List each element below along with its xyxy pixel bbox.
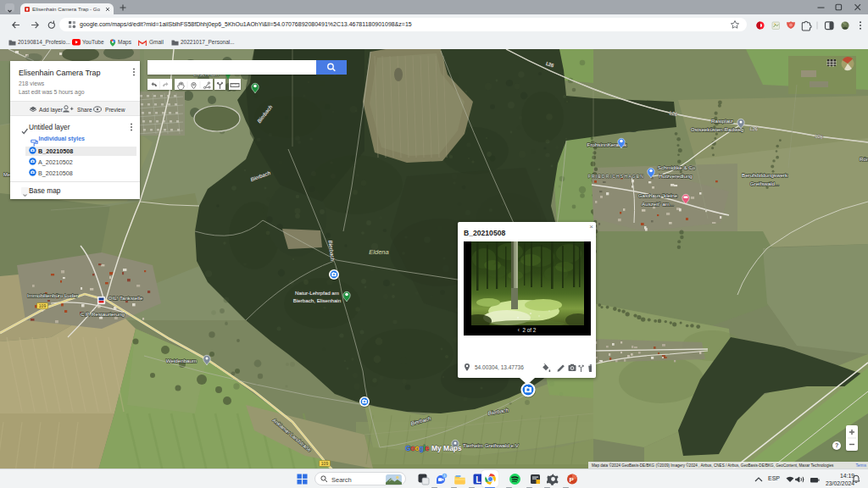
svg-text:OIL! Tankstelle: OIL! Tankstelle	[108, 295, 143, 301]
svg-text:Natur-Lehrpfad am: Natur-Lehrpfad am	[295, 290, 339, 296]
svg-text:Greifswald...: Greifswald...	[750, 180, 780, 186]
svg-text:Immobilienbüro Luder: Immobilienbüro Luder	[27, 292, 78, 298]
svg-text:Berufsbildungswerk: Berufsbildungswerk	[742, 172, 788, 178]
svg-text:Röna: Röna	[860, 156, 868, 162]
svg-text:L26: L26	[749, 126, 758, 132]
svg-text:Preview: Preview	[105, 107, 125, 113]
svg-text:C.P. Restaurierung: C.P. Restaurierung	[81, 311, 125, 317]
svg-text:FRIEDRICHSHAGEN: FRIEDRICHSHAGEN	[588, 174, 644, 179]
svg-text:54.00304, 13.47736: 54.00304, 13.47736	[475, 364, 524, 370]
svg-text:L26: L26	[815, 133, 823, 139]
svg-text:Auszeit” am...: Auszeit” am...	[642, 201, 674, 207]
svg-text:Ostseeküsten-Radweg: Ostseeküsten-Radweg	[691, 126, 744, 132]
svg-text:Holzveredlung: Holzveredlung	[659, 173, 693, 179]
svg-text:Weidenbaum: Weidenbaum	[166, 358, 197, 363]
svg-text:109: 109	[321, 461, 329, 466]
svg-text:Tierheim Greifswald e.V: Tierheim Greifswald e.V	[463, 442, 520, 448]
svg-text:Gasthaus “kleine: Gasthaus “kleine	[638, 192, 678, 198]
svg-text:Share: Share	[77, 107, 92, 113]
svg-text:Eldena: Eldena	[369, 248, 388, 256]
svg-text:L: L	[476, 475, 481, 485]
svg-text:Schmidtke & Co: Schmidtke & Co	[658, 164, 696, 170]
svg-text:Rastplatz: Rastplatz	[711, 118, 733, 124]
svg-text:My Maps: My Maps	[431, 444, 462, 452]
svg-text:P: P	[570, 476, 575, 484]
svg-text:Bierbach, Elisenhain: Bierbach, Elisenhain	[293, 297, 342, 303]
svg-text:109: 109	[39, 303, 47, 308]
svg-text:e: e	[426, 444, 430, 452]
svg-text:Add layer: Add layer	[39, 107, 64, 114]
